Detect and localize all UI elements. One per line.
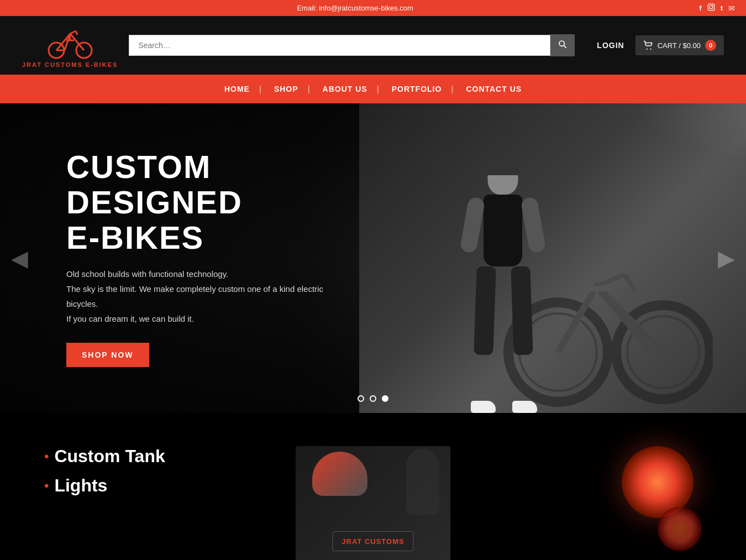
search-input[interactable] (129, 35, 550, 56)
svg-line-10 (76, 31, 77, 35)
svg-point-1 (710, 6, 713, 9)
nav-bar: HOME SHOP ABOUT US PORTFOLIO CONTACT US (0, 75, 746, 103)
cart-label: CART / $0.00 (658, 41, 701, 50)
twitter-icon[interactable]: t (721, 4, 723, 12)
slider-dot-1[interactable] (358, 395, 364, 402)
person-shape (406, 449, 439, 515)
nav-contact[interactable]: CONTACT US (454, 75, 534, 103)
search-button[interactable] (550, 34, 575, 56)
slider-dot-2[interactable] (370, 395, 376, 402)
social-icons: f t ✉ (699, 3, 735, 13)
hero-image-area (359, 103, 746, 413)
feature-label-1: Custom Tank (54, 446, 165, 467)
feature-bullet-1: • (44, 450, 49, 463)
hero-subtitle: Old school builds with functional techno… (66, 266, 332, 326)
login-button[interactable]: LOGIN (597, 41, 624, 50)
top-bar: Email: info@jratcustomse-bikes.com f t ✉ (0, 0, 746, 16)
cart-badge: 0 (705, 40, 716, 51)
svg-line-14 (564, 45, 566, 48)
search-icon (558, 40, 567, 49)
feature-item-2: • Lights (44, 475, 249, 496)
svg-point-15 (646, 49, 647, 50)
top-bar-email: Email: info@jratcustomse-bikes.com (11, 4, 699, 12)
person-silhouette (459, 153, 547, 413)
cart-button[interactable]: CART / $0.00 0 (635, 35, 724, 55)
nav-home[interactable]: HOME (212, 75, 262, 103)
svg-point-16 (650, 49, 651, 50)
feature-item-1: • Custom Tank (44, 446, 249, 467)
slider-dot-3[interactable] (382, 395, 388, 402)
feature-label-2: Lights (54, 475, 107, 496)
nav-portfolio[interactable]: PORTFOLIO (380, 75, 454, 103)
features-left: • Custom Tank • Lights (44, 446, 249, 505)
search-area (129, 34, 575, 56)
hero-light (635, 103, 746, 159)
svg-line-9 (70, 31, 76, 34)
headlight-shape-2 (658, 507, 702, 551)
hero-content: CUSTOM DESIGNED E-BIKES Old school build… (0, 149, 332, 367)
hero-section: CUSTOM DESIGNED E-BIKES Old school build… (0, 103, 746, 413)
logo-text: JRAT CUSTOMS E-BIKES (22, 61, 118, 68)
logo[interactable]: JRAT CUSTOMS E-BIKES (22, 23, 118, 68)
svg-rect-0 (708, 4, 715, 11)
sign-text: JRAT CUSTOMS (342, 537, 404, 546)
next-slide-arrow[interactable]: ▶ (718, 245, 735, 271)
header-actions: LOGIN CART / $0.00 0 (597, 35, 724, 55)
header: JRAT CUSTOMS E-BIKES LOGIN CART / $0.00 … (0, 16, 746, 75)
center-image-placeholder: JRAT CUSTOMS (296, 446, 450, 560)
svg-point-2 (712, 5, 713, 6)
hero-title: CUSTOM DESIGNED E-BIKES (66, 149, 332, 255)
right-visuals (613, 446, 702, 551)
nav-about[interactable]: ABOUT US (311, 75, 380, 103)
cart-icon (643, 40, 653, 50)
facebook-icon[interactable]: f (699, 4, 701, 12)
slider-dots (358, 395, 388, 402)
helmet-shape (312, 452, 367, 496)
prev-slide-arrow[interactable]: ◀ (11, 245, 28, 271)
features-right-image (497, 446, 702, 551)
svg-point-13 (559, 41, 564, 46)
mail-icon[interactable]: ✉ (728, 4, 735, 13)
features-center-image: JRAT CUSTOMS (271, 446, 475, 560)
instagram-icon[interactable] (707, 3, 715, 13)
features-section: • Custom Tank • Lights JRAT CUSTOMS (0, 413, 746, 560)
sign-area: JRAT CUSTOMS (332, 531, 413, 551)
shop-now-button[interactable]: SHOP NOW (66, 343, 149, 367)
feature-bullet-2: • (44, 479, 49, 493)
nav-shop[interactable]: SHOP (262, 75, 311, 103)
logo-icon (45, 23, 95, 64)
